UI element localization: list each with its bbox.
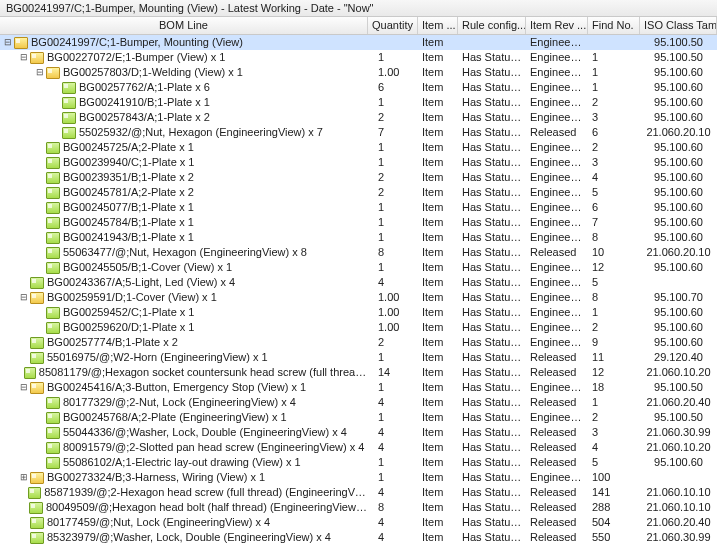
table-row[interactable]: 55016975/@;W2-Horn (EngineeringView) x 1…	[0, 350, 717, 365]
bom-label: BG00245416/A;3-Button, Emergency Stop (V…	[47, 380, 368, 395]
table-row[interactable]: BG00241910/B;1-Plate x 11ItemHas Status(…	[0, 95, 717, 110]
table-row[interactable]: BG00239351/B;1-Plate x 22ItemHas Status(…	[0, 170, 717, 185]
collapse-icon[interactable]: ⊟	[18, 292, 29, 303]
collapse-icon[interactable]: ⊟	[34, 67, 45, 78]
bom-cell[interactable]: ⊟BG00259591/D;1-Cover (View) x 1	[0, 290, 368, 305]
rev-cell: Released	[526, 425, 588, 440]
quantity-cell: 2	[368, 335, 418, 350]
bom-label: BG00245784/B;1-Plate x 1	[63, 215, 368, 230]
bom-cell[interactable]: 85323979/@;Washer, Lock, Double (Enginee…	[0, 530, 368, 545]
bom-cell[interactable]: BG00239940/C;1-Plate x 1	[0, 155, 368, 170]
bom-cell[interactable]: 55044336/@;Washer, Lock, Double (Enginee…	[0, 425, 368, 440]
bom-cell[interactable]: 85081179/@;Hexagon socket countersunk he…	[0, 365, 368, 380]
bom-cell[interactable]: 55086102/A;1-Electric lay-out drawing (V…	[0, 455, 368, 470]
bom-cell[interactable]: BG00257762/A;1-Plate x 6	[0, 80, 368, 95]
bom-cell[interactable]: BG00243367/A;5-Light, Led (View) x 4	[0, 275, 368, 290]
bom-cell[interactable]: BG00245077/B;1-Plate x 1	[0, 200, 368, 215]
bom-cell[interactable]: ⊟BG00257803/D;1-Welding (View) x 1	[0, 65, 368, 80]
table-row[interactable]: ⊟BG00259591/D;1-Cover (View) x 11.00Item…	[0, 290, 717, 305]
bom-label: BG00245768/A;2-Plate (EngineeringView) x…	[63, 410, 368, 425]
bom-cell[interactable]: BG00241910/B;1-Plate x 1	[0, 95, 368, 110]
table-row[interactable]: BG00245505/B;1-Cover (View) x 11ItemHas …	[0, 260, 717, 275]
table-row[interactable]: BG00257762/A;1-Plate x 66ItemHas Status(…	[0, 80, 717, 95]
table-row[interactable]: 55025932/@;Nut, Hexagon (EngineeringView…	[0, 125, 717, 140]
itemtype-cell: Item	[418, 320, 458, 335]
bom-cell[interactable]: BG00245781/A;2-Plate x 2	[0, 185, 368, 200]
table-row[interactable]: 80177459/@;Nut, Lock (EngineeringView) x…	[0, 515, 717, 530]
iso-cell: 95.100.60	[640, 230, 717, 245]
bom-tree[interactable]: ⊟BG00241997/C;1-Bumper, Mounting (View)I…	[0, 35, 717, 545]
collapse-icon[interactable]: ⊟	[2, 37, 13, 48]
col-header-item[interactable]: Item ...	[418, 17, 458, 34]
table-row[interactable]: BG00239940/C;1-Plate x 11ItemHas Status(…	[0, 155, 717, 170]
expand-icon[interactable]: ⊞	[18, 472, 29, 483]
bom-cell[interactable]: ⊟BG00245416/A;3-Button, Emergency Stop (…	[0, 380, 368, 395]
table-row[interactable]: 55044336/@;Washer, Lock, Double (Enginee…	[0, 425, 717, 440]
table-row[interactable]: BG00259620/D;1-Plate x 11.00ItemHas Stat…	[0, 320, 717, 335]
table-row[interactable]: 80049509/@;Hexagon head bolt (half threa…	[0, 500, 717, 515]
table-row[interactable]: ⊟BG00241997/C;1-Bumper, Mounting (View)I…	[0, 35, 717, 50]
tree-indent	[2, 312, 34, 313]
tree-indent	[2, 87, 50, 88]
table-row[interactable]: 80177329/@;2-Nut, Lock (EngineeringView)…	[0, 395, 717, 410]
col-header-qty[interactable]: Quantity	[368, 17, 418, 34]
bom-cell[interactable]: 55016975/@;W2-Horn (EngineeringView) x 1	[0, 350, 368, 365]
bom-cell[interactable]: 55063477/@;Nut, Hexagon (EngineeringView…	[0, 245, 368, 260]
bom-cell[interactable]: 80177459/@;Nut, Lock (EngineeringView) x…	[0, 515, 368, 530]
bom-cell[interactable]: ⊟BG00227072/E;1-Bumper (View) x 1	[0, 50, 368, 65]
bom-cell[interactable]: BG00257774/B;1-Plate x 2	[0, 335, 368, 350]
col-header-rev[interactable]: Item Rev ...	[526, 17, 588, 34]
bom-cell[interactable]: BG00241943/B;1-Plate x 1	[0, 230, 368, 245]
table-row[interactable]: ⊞BG00273324/B;3-Harness, Wiring (View) x…	[0, 470, 717, 485]
bom-cell[interactable]: BG00239351/B;1-Plate x 2	[0, 170, 368, 185]
quantity-cell: 1.00	[368, 320, 418, 335]
twisty-spacer	[18, 352, 29, 363]
table-row[interactable]: BG00245077/B;1-Plate x 11ItemHas Status(…	[0, 200, 717, 215]
rule-cell: Has Status(...	[458, 95, 526, 110]
table-row[interactable]: 85871939/@;2-Hexagon head screw (full th…	[0, 485, 717, 500]
table-row[interactable]: BG00243367/A;5-Light, Led (View) x 44Ite…	[0, 275, 717, 290]
table-row[interactable]: 85081179/@;Hexagon socket countersunk he…	[0, 365, 717, 380]
table-row[interactable]: ⊟BG00257803/D;1-Welding (View) x 11.00It…	[0, 65, 717, 80]
table-row[interactable]: 85323979/@;Washer, Lock, Double (Enginee…	[0, 530, 717, 545]
bom-cell[interactable]: BG00257843/A;1-Plate x 2	[0, 110, 368, 125]
bom-cell[interactable]: BG00245505/B;1-Cover (View) x 1	[0, 260, 368, 275]
table-row[interactable]: BG00241943/B;1-Plate x 11ItemHas Status(…	[0, 230, 717, 245]
col-header-find[interactable]: Find No.	[588, 17, 640, 34]
table-row[interactable]: BG00245781/A;2-Plate x 22ItemHas Status(…	[0, 185, 717, 200]
table-row[interactable]: 55063477/@;Nut, Hexagon (EngineeringView…	[0, 245, 717, 260]
bom-cell[interactable]: 80049509/@;Hexagon head bolt (half threa…	[0, 500, 368, 515]
bom-cell[interactable]: BG00245725/A;2-Plate x 1	[0, 140, 368, 155]
table-row[interactable]: ⊟BG00245416/A;3-Button, Emergency Stop (…	[0, 380, 717, 395]
bom-cell[interactable]: ⊞BG00273324/B;3-Harness, Wiring (View) x…	[0, 470, 368, 485]
table-row[interactable]: ⊟BG00227072/E;1-Bumper (View) x 11ItemHa…	[0, 50, 717, 65]
quantity-cell: 1	[368, 215, 418, 230]
table-row[interactable]: BG00245725/A;2-Plate x 11ItemHas Status(…	[0, 140, 717, 155]
bom-cell[interactable]: BG00245784/B;1-Plate x 1	[0, 215, 368, 230]
bom-cell[interactable]: BG00245768/A;2-Plate (EngineeringView) x…	[0, 410, 368, 425]
table-row[interactable]: BG00245784/B;1-Plate x 11ItemHas Status(…	[0, 215, 717, 230]
bom-cell[interactable]: ⊟BG00241997/C;1-Bumper, Mounting (View)	[0, 35, 368, 50]
bom-cell[interactable]: BG00259452/C;1-Plate x 1	[0, 305, 368, 320]
table-row[interactable]: 55086102/A;1-Electric lay-out drawing (V…	[0, 455, 717, 470]
collapse-icon[interactable]: ⊟	[18, 382, 29, 393]
table-row[interactable]: 80091579/@;2-Slotted pan head screw (Eng…	[0, 440, 717, 455]
collapse-icon[interactable]: ⊟	[18, 52, 29, 63]
table-row[interactable]: BG00245768/A;2-Plate (EngineeringView) x…	[0, 410, 717, 425]
rev-cell: Engineeri...	[526, 320, 588, 335]
col-header-bom[interactable]: BOM Line	[0, 17, 368, 34]
bom-cell[interactable]: 80091579/@;2-Slotted pan head screw (Eng…	[0, 440, 368, 455]
itemtype-cell: Item	[418, 290, 458, 305]
bom-cell[interactable]: 55025932/@;Nut, Hexagon (EngineeringView…	[0, 125, 368, 140]
tree-indent	[2, 162, 34, 163]
bom-cell[interactable]: 80177329/@;2-Nut, Lock (EngineeringView)…	[0, 395, 368, 410]
col-header-iso[interactable]: ISO Class Tampere	[640, 17, 717, 34]
bom-cell[interactable]: 85871939/@;2-Hexagon head screw (full th…	[0, 485, 368, 500]
table-row[interactable]: BG00257774/B;1-Plate x 22ItemHas Status(…	[0, 335, 717, 350]
bom-cell[interactable]: BG00259620/D;1-Plate x 1	[0, 320, 368, 335]
table-row[interactable]: BG00257843/A;1-Plate x 22ItemHas Status(…	[0, 110, 717, 125]
col-header-rule[interactable]: Rule config...	[458, 17, 526, 34]
findno-cell: 12	[588, 365, 640, 380]
rev-cell: Released	[526, 500, 588, 515]
table-row[interactable]: BG00259452/C;1-Plate x 11.00ItemHas Stat…	[0, 305, 717, 320]
